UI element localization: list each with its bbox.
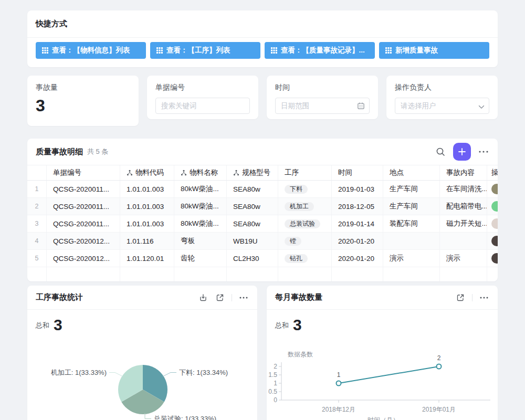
cell-process: 镗	[278, 233, 332, 249]
operator-select[interactable]: 请选择用户	[395, 98, 489, 114]
pie-label-line	[163, 373, 176, 377]
row-number: 1	[27, 181, 47, 197]
table-row[interactable]: 5 QCSG-2020012... 1.01.120.01 齿轮 CL2H30 …	[27, 250, 498, 267]
pie-card-header: 工序事故统计	[27, 286, 257, 310]
table-more-button[interactable]	[478, 150, 489, 154]
process-pie-chart: 下料: 1(33.34%) 机加工: 1(33.33%) 总装试验: 1(33.…	[27, 338, 257, 420]
relation-field-icon	[233, 170, 239, 176]
cell-time: 2019-01-03	[332, 181, 383, 197]
ellipsis-icon	[239, 297, 248, 299]
cell-material-name: 80kW柴油...	[174, 198, 227, 215]
column-header-process[interactable]: 工序	[278, 165, 332, 180]
cell-operator	[487, 250, 498, 267]
table-empty-row	[27, 267, 498, 281]
avatar	[491, 201, 498, 212]
column-header-place[interactable]: 地点	[383, 165, 440, 180]
y-tick-marks	[279, 366, 281, 400]
cell-process: 总装试验	[278, 215, 332, 232]
cell-material-code: 1.01.01.003	[120, 215, 174, 232]
table-row[interactable]: 4 QCSG-2020012... 1.01.116 弯板 WB19U 镗 20…	[27, 233, 498, 250]
sum-label: 总和	[36, 321, 49, 333]
pie-label-line	[109, 373, 123, 377]
table-row[interactable]: 3 QCSG-2020011... 1.01.01.003 80kW柴油... …	[27, 215, 498, 233]
monthly-line-chart: 数据条数 2 1.5 1 0.5 0 1 2 2018年12月 2019年01月…	[267, 338, 498, 420]
ellipsis-icon	[480, 297, 488, 299]
cell-doc-no: QCSG-2020011...	[47, 181, 120, 197]
shortcut-button-label: 查看：【工序】列表	[166, 46, 230, 55]
cell-operator	[487, 198, 498, 215]
row-number: 4	[27, 233, 47, 249]
pie-chart-title: 工序事故统计	[36, 292, 83, 302]
shortcut-button-label: 新增质量事故	[395, 46, 438, 55]
shortcut-view-process-list-button[interactable]: 查看：【工序】列表	[150, 42, 260, 59]
x-axis-title: 时间（月）	[368, 416, 399, 420]
line-sum: 总和 3	[275, 317, 302, 333]
avatar	[491, 236, 498, 246]
search-icon	[436, 147, 445, 156]
y-tick-label: 0	[274, 396, 277, 404]
incident-table-card: 质量事故明细 共 5 条 单据编号 物料代码 物料名称 规格型号 工序 时间	[27, 139, 498, 281]
column-header-time[interactable]: 时间	[332, 165, 383, 180]
table-record-count: 共 5 条	[87, 147, 108, 156]
apps-grid-icon	[42, 47, 48, 54]
y-tick-label: 1	[274, 380, 277, 387]
data-point[interactable]	[337, 381, 341, 386]
cell-spec-model: SEA80w	[227, 181, 278, 197]
open-chart-button[interactable]	[455, 292, 466, 303]
operator-filter-card: 操作负责人 请选择用户	[386, 76, 498, 119]
avatar	[491, 184, 498, 194]
shortcut-view-incident-records-button[interactable]: 查看：【质量事故记录】...	[265, 42, 375, 59]
avatar	[491, 253, 498, 264]
open-chart-button[interactable]	[215, 292, 225, 303]
data-point[interactable]	[437, 364, 442, 369]
date-range-input[interactable]	[275, 98, 370, 114]
cell-material-name: 齿轮	[174, 250, 227, 267]
line-more-button[interactable]	[479, 296, 489, 300]
cell-place	[383, 233, 440, 249]
shortcuts-title: 快捷方式	[27, 10, 498, 38]
shortcut-view-material-list-button[interactable]: 查看：【物料信息】列表	[36, 42, 146, 59]
cell-material-name: 80kW柴油...	[174, 215, 227, 232]
search-button[interactable]	[435, 146, 446, 158]
doc-no-search-input[interactable]	[155, 98, 250, 114]
column-header-operator[interactable]: 操作负责人	[487, 165, 498, 180]
cell-process: 下料	[278, 181, 332, 197]
cell-process: 钻孔	[278, 250, 332, 267]
y-tick-label: 0.5	[268, 388, 277, 395]
column-header-content[interactable]: 事故内容	[440, 165, 487, 180]
cell-material-name: 弯板	[174, 233, 227, 249]
shortcut-add-incident-button[interactable]: 新增质量事故	[379, 42, 489, 59]
column-header-material-name[interactable]: 物料名称	[174, 165, 227, 180]
divider	[472, 294, 472, 301]
column-header-spec-model[interactable]: 规格型号	[227, 165, 278, 180]
line-series-segment	[339, 366, 439, 383]
cell-spec-model: SEA80w	[227, 198, 278, 215]
cell-place: 生产车间	[383, 198, 440, 215]
cell-material-name: 80kW柴油...	[174, 181, 227, 197]
relation-field-icon	[181, 170, 187, 176]
line-card-header: 每月事故数量	[267, 286, 498, 310]
process-tag: 机加工	[285, 202, 314, 211]
table-row[interactable]: 2 QCSG-2020011... 1.01.01.003 80kW柴油... …	[27, 198, 498, 215]
pie-more-button[interactable]	[238, 296, 249, 300]
incident-count-label: 事故量	[36, 83, 130, 92]
table-row[interactable]: 1 QCSG-2020011... 1.01.01.003 80kW柴油... …	[27, 181, 498, 198]
cell-spec-model: WB19U	[227, 233, 278, 249]
cell-spec-model: SEA80w	[227, 215, 278, 232]
doc-no-filter-card: 单据编号	[147, 76, 258, 119]
apps-grid-icon	[156, 47, 163, 54]
add-record-button[interactable]	[453, 143, 471, 161]
download-chart-button[interactable]	[198, 292, 208, 303]
monthly-count-chart-card: 每月事故数量 总和 3 数据条数 2 1.5 1 0.5 0	[267, 286, 498, 420]
process-tag: 下料	[285, 185, 308, 194]
cell-material-code: 1.01.116	[120, 233, 174, 249]
ellipsis-icon	[479, 151, 488, 153]
y-axis-title: 数据条数	[288, 351, 313, 358]
cell-material-code: 1.01.01.003	[120, 181, 174, 197]
relation-field-icon	[127, 170, 133, 176]
cell-content: 配电箱带电...	[440, 198, 487, 215]
column-header-material-code[interactable]: 物料代码	[120, 165, 174, 180]
column-header-doc-no[interactable]: 单据编号	[47, 165, 120, 180]
cell-place: 演示	[383, 250, 440, 267]
time-filter-card: 时间	[267, 76, 378, 119]
